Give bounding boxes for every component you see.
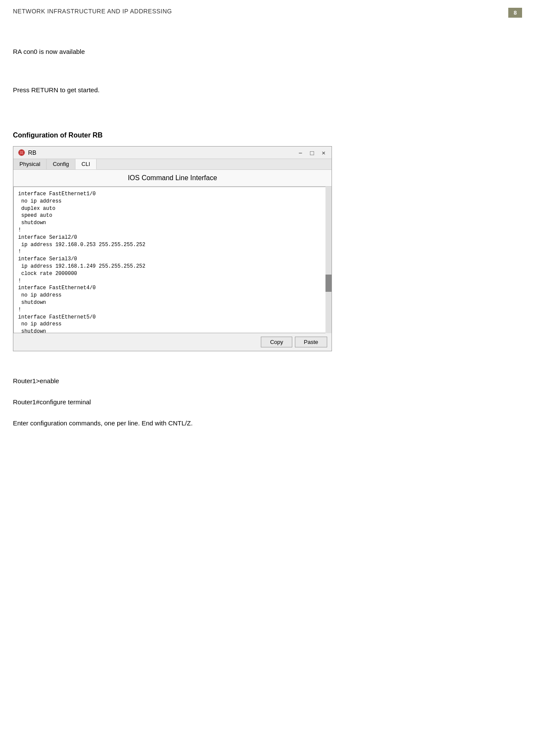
terminal-line: interface Serial2/0 xyxy=(18,234,327,241)
terminal-line: shutdown xyxy=(18,299,327,306)
terminal-line: interface FastEthernet5/0 xyxy=(18,314,327,321)
copy-button[interactable]: Copy xyxy=(261,337,292,347)
cli-buttons: Copy Paste xyxy=(13,333,332,351)
terminal-line: ip address 192.168.0.253 255.255.255.252 xyxy=(18,241,327,249)
tab-config[interactable]: Config xyxy=(47,159,75,169)
router-titlebar: RB − □ × xyxy=(13,147,332,159)
router-window: RB − □ × Physical Config CLI IOS Command… xyxy=(13,146,332,351)
terminal-line: no ip address xyxy=(18,292,327,299)
router-icon xyxy=(18,149,25,156)
terminal-line: no ip address xyxy=(18,321,327,328)
maximize-button[interactable]: □ xyxy=(308,149,316,156)
terminal-line: clock rate 2000000 xyxy=(18,270,327,278)
press-return-text: Press RETURN to get started. xyxy=(13,86,522,94)
terminal-line: ip address 192.168.1.249 255.255.255.252 xyxy=(18,263,327,270)
terminal-line: no ip address xyxy=(18,198,327,205)
cli-terminal[interactable]: interface FastEthernet1/0 no ip address … xyxy=(13,187,332,333)
ra-con0-text: RA con0 is now available xyxy=(13,48,522,55)
terminal-line: ! xyxy=(18,278,327,285)
footer-line-1: Router1>enable xyxy=(13,377,522,384)
footer-line-3: Enter configuration commands, one per li… xyxy=(13,419,522,427)
router-tabs: Physical Config CLI xyxy=(13,159,332,170)
terminal-line: interface FastEthernet4/0 xyxy=(18,284,327,292)
footer-line-2: Router1#configure terminal xyxy=(13,398,522,406)
scrollbar-track xyxy=(325,187,332,333)
terminal-line: interface FastEthernet1/0 xyxy=(18,191,327,198)
terminal-line: ! xyxy=(18,227,327,234)
cli-section: IOS Command Line Interface interface Fas… xyxy=(13,170,332,351)
terminal-wrapper: interface FastEthernet1/0 no ip address … xyxy=(13,187,332,333)
titlebar-left: RB xyxy=(18,149,36,156)
terminal-line: ! xyxy=(18,306,327,314)
paste-button[interactable]: Paste xyxy=(295,337,327,347)
tab-cli[interactable]: CLI xyxy=(75,159,97,169)
section-heading: Configuration of Router RB xyxy=(13,131,522,139)
page-header: NETWORK INFRASTRUCTURE AND IP ADDRESSING… xyxy=(0,0,535,18)
close-button[interactable]: × xyxy=(320,149,327,156)
terminal-line: shutdown xyxy=(18,328,327,333)
terminal-line: shutdown xyxy=(18,219,327,227)
page-content: RA con0 is now available Press RETURN to… xyxy=(0,18,535,443)
minimize-button[interactable]: − xyxy=(297,149,304,156)
tab-physical[interactable]: Physical xyxy=(13,159,47,169)
router-title: RB xyxy=(28,149,36,156)
titlebar-controls: − □ × xyxy=(297,149,327,156)
terminal-line: ! xyxy=(18,248,327,256)
page-number-badge: 8 xyxy=(508,8,522,18)
scrollbar-thumb[interactable] xyxy=(325,275,332,292)
cli-header: IOS Command Line Interface xyxy=(13,170,332,187)
terminal-line: speed auto xyxy=(18,212,327,219)
header-title: NETWORK INFRASTRUCTURE AND IP ADDRESSING xyxy=(13,8,172,15)
terminal-line: interface Serial3/0 xyxy=(18,256,327,263)
terminal-line: duplex auto xyxy=(18,205,327,212)
